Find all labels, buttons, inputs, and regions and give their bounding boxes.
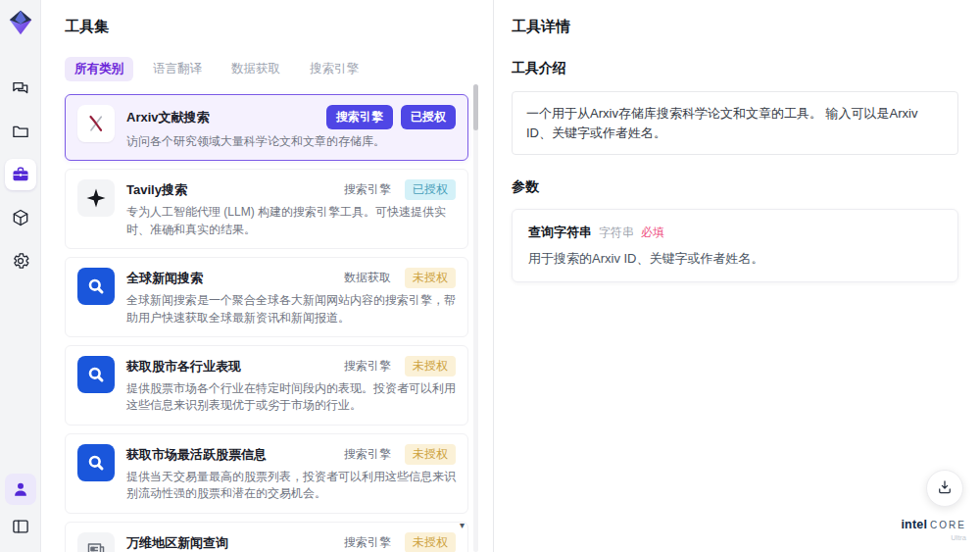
layout-icon [11, 517, 30, 536]
sidebar-item-layout[interactable] [5, 511, 36, 542]
tab-all-categories[interactable]: 所有类别 [65, 57, 133, 81]
download-icon [936, 478, 954, 499]
parameter-header: 查询字符串 字符串 必填 [528, 224, 942, 241]
tool-intro-box: 一个用于从Arxiv存储库搜索科学论文和文章的工具。 输入可以是Arxiv ID… [512, 91, 958, 155]
sidebar-item-chat[interactable] [5, 73, 36, 104]
sidebar-item-models[interactable] [5, 202, 36, 233]
tool-title: 获取股市各行业表现 [126, 357, 336, 376]
chat-icon [11, 78, 30, 98]
tool-intro-text: 一个用于从Arxiv存储库搜索科学论文和文章的工具。 输入可以是Arxiv ID… [526, 104, 944, 142]
intel-brand-text: intel [901, 519, 927, 532]
tool-card[interactable]: Tavily搜索 搜索引擎 已授权 专为人工智能代理 (LLM) 构建的搜索引擎… [65, 169, 468, 249]
parameter-required-badge: 必填 [641, 225, 664, 241]
tool-title: Tavily搜索 [126, 180, 336, 199]
tool-detail-panel: 工具详情 工具介绍 一个用于从Arxiv存储库搜索科学论文和文章的工具。 输入可… [494, 0, 980, 552]
stock-search-icon [77, 444, 115, 481]
tool-category-tag: 搜索引擎 [344, 534, 391, 551]
tavily-icon [77, 179, 115, 217]
tool-status-badge: 未授权 [405, 532, 456, 552]
tool-description: 提供股票市场各个行业在特定时间段内的表现。投资者可以利用这些信息来识别表现优于或… [126, 380, 456, 415]
tool-title: 获取市场最活跃股票信息 [126, 445, 336, 464]
intel-core-logo: intel CORE Ultra [901, 519, 966, 542]
sidebar [0, 0, 41, 552]
gear-icon [11, 251, 30, 271]
tool-status-badge: 未授权 [405, 356, 456, 376]
tool-status-badge: 已授权 [401, 105, 456, 129]
tool-category-tag: 搜索引擎 [344, 446, 391, 463]
news-search-icon [77, 268, 115, 305]
page-title: 工具集 [65, 18, 493, 36]
tool-status-badge: 已授权 [405, 179, 456, 200]
tool-description: 访问各个研究领域大量科学论文和文章的存储库。 [126, 133, 456, 150]
scroll-down-icon[interactable]: ▾ [460, 521, 465, 530]
tool-title: Arxiv文献搜索 [126, 108, 318, 126]
list-scrollbar[interactable] [473, 84, 478, 552]
stock-search-icon [77, 356, 115, 393]
tool-category-tag: 搜索引擎 [344, 358, 391, 375]
tool-category-tag: 搜索引擎 [326, 105, 393, 129]
sidebar-item-user[interactable] [5, 474, 36, 505]
sidebar-bottom [5, 474, 36, 552]
sidebar-item-toolbox[interactable] [5, 159, 36, 190]
category-tabs: 所有类别语言翻译数据获取搜索引擎 [65, 57, 493, 81]
tool-description: 专为人工智能代理 (LLM) 构建的搜索引擎工具。可快速提供实时、准确和真实的结… [126, 204, 456, 238]
tool-description: 全球新闻搜索是一个聚合全球各大新闻网站内容的搜索引擎，帮助用户快速获取全球最新资… [126, 292, 456, 326]
sidebar-nav [5, 73, 36, 276]
arxiv-icon [77, 105, 115, 142]
intel-core-text: CORE [930, 520, 966, 530]
folder-icon [11, 122, 30, 141]
tab-language-translation[interactable]: 语言翻译 [143, 57, 212, 81]
cube-icon [11, 208, 30, 227]
tool-category-tag: 搜索引擎 [344, 181, 391, 198]
app-window: 工具集 所有类别语言翻译数据获取搜索引擎 Arxiv文献搜索 搜索引擎 已授权 … [0, 0, 980, 552]
app-logo [6, 8, 35, 37]
parameter-description: 用于搜索的Arxiv ID、关键字或作者姓名。 [528, 250, 942, 268]
briefcase-icon [11, 165, 30, 184]
intel-ultra-text: Ultra [901, 534, 966, 542]
sidebar-item-settings[interactable] [5, 245, 36, 276]
download-button[interactable] [926, 470, 963, 507]
sidebar-item-folder[interactable] [5, 116, 36, 147]
user-icon [11, 479, 30, 499]
intro-heading: 工具介绍 [512, 60, 958, 77]
parameter-type: 字符串 [599, 225, 634, 241]
tool-description: 提供当天交易量最高的股票列表，投资者可以利用这些信息来识别流动性强的股票和潜在的… [126, 469, 456, 503]
tool-card[interactable]: Arxiv文献搜索 搜索引擎 已授权 访问各个研究领域大量科学论文和文章的存储库… [65, 94, 468, 161]
tool-card[interactable]: 万维地区新闻查询 搜索引擎 未授权 查询具体行政区划内的新闻，快速了解各地新闻动 [65, 522, 468, 552]
tool-status-badge: 未授权 [405, 268, 456, 288]
tab-data-fetch[interactable]: 数据获取 [221, 57, 290, 81]
tool-list-panel: 工具集 所有类别语言翻译数据获取搜索引擎 Arxiv文献搜索 搜索引擎 已授权 … [41, 0, 493, 552]
tool-category-tag: 数据获取 [344, 270, 391, 286]
parameter-card: 查询字符串 字符串 必填 用于搜索的Arxiv ID、关键字或作者姓名。 [512, 209, 958, 282]
scrollbar-thumb[interactable] [473, 84, 478, 130]
newspaper-icon [77, 532, 115, 552]
tool-status-badge: 未授权 [405, 444, 456, 465]
tab-search-engine[interactable]: 搜索引擎 [300, 57, 368, 81]
tool-title: 万维地区新闻查询 [126, 533, 336, 552]
parameter-name: 查询字符串 [528, 224, 592, 241]
tool-card-list: Arxiv文献搜索 搜索引擎 已授权 访问各个研究领域大量科学论文和文章的存储库… [65, 94, 468, 552]
params-heading: 参数 [512, 178, 958, 196]
tool-card[interactable]: 获取市场最活跃股票信息 搜索引擎 未授权 提供当天交易量最高的股票列表，投资者可… [65, 433, 468, 514]
tool-title: 全球新闻搜索 [126, 269, 336, 287]
tool-card[interactable]: 获取股市各行业表现 搜索引擎 未授权 提供股票市场各个行业在特定时间段内的表现。… [65, 345, 468, 426]
tool-card[interactable]: 全球新闻搜索 数据获取 未授权 全球新闻搜索是一个聚合全球各大新闻网站内容的搜索… [65, 257, 468, 337]
detail-title: 工具详情 [512, 18, 958, 36]
